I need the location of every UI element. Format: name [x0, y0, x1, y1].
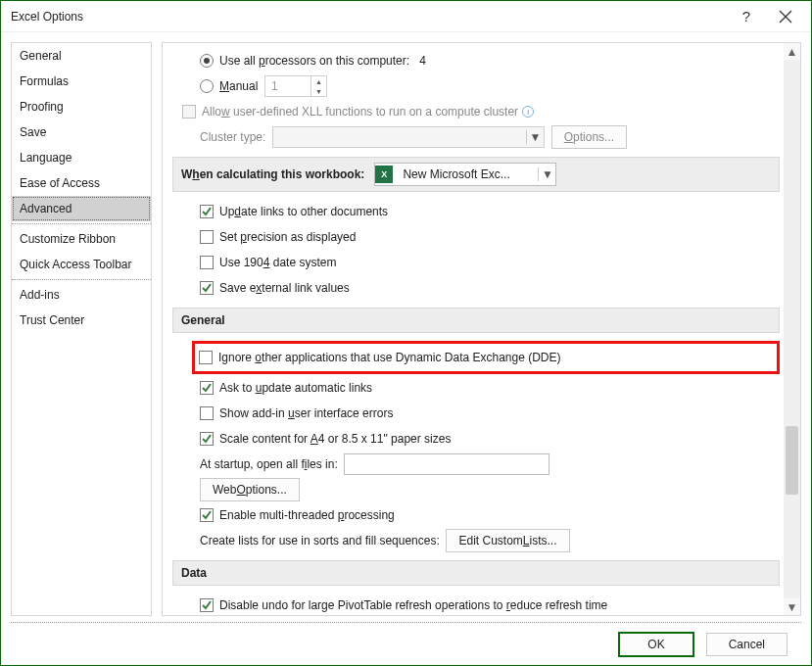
- checkbox-update-links[interactable]: [200, 205, 214, 218]
- spinner-up-icon: ▲: [311, 76, 326, 86]
- section-data: Data: [172, 560, 780, 586]
- chevron-down-icon: ▼: [526, 130, 544, 144]
- scroll-down-icon[interactable]: ▼: [784, 598, 800, 615]
- cancel-button[interactable]: Cancel: [706, 633, 788, 656]
- checkbox-ask-update-links[interactable]: [200, 381, 214, 395]
- scale-a4-row: Scale content for A4 or 8.5 x 11" paper …: [172, 427, 780, 451]
- checkbox-multithread[interactable]: [200, 508, 214, 522]
- checkbox-save-external-links[interactable]: [200, 281, 214, 295]
- startup-files-row: At startup, open all files in:: [172, 452, 780, 476]
- chevron-down-icon: ▼: [538, 167, 555, 181]
- cluster-type-combo: ▼: [272, 126, 545, 148]
- close-button[interactable]: [766, 3, 805, 30]
- checkbox-scale-a4[interactable]: [200, 432, 214, 446]
- cluster-type-row: Cluster type: ▼ Options...: [172, 125, 780, 149]
- use-1904-date-row: Use 1904 date system: [172, 251, 780, 274]
- checkbox-set-precision[interactable]: [200, 230, 214, 244]
- radio-manual-label: Manual: [219, 79, 258, 93]
- checkbox-ignore-dde[interactable]: [199, 351, 213, 364]
- radio-use-all-processors-row: Use all processors on this computer: 4: [172, 49, 780, 72]
- update-links-label: Update links to other documents: [219, 205, 388, 218]
- multithread-label: Enable multi-threaded processing: [219, 508, 395, 522]
- manual-processor-spinner[interactable]: 1 ▲▼: [264, 75, 327, 97]
- xll-row: Allow user-defined XLL functions to run …: [172, 100, 780, 123]
- web-options-button[interactable]: Web Options...: [200, 478, 300, 501]
- ok-button[interactable]: OK: [618, 632, 693, 657]
- scroll-thumb[interactable]: [786, 426, 798, 495]
- create-lists-row: Create lists for use in sorts and fill s…: [172, 529, 780, 552]
- sidebar-item-proofing[interactable]: Proofing: [12, 94, 151, 119]
- create-lists-label: Create lists for use in sorts and fill s…: [200, 534, 440, 547]
- sidebar-item-customize-ribbon[interactable]: Customize Ribbon: [12, 226, 151, 252]
- sidebar-item-ease-of-access[interactable]: Ease of Access: [12, 170, 151, 196]
- scale-a4-label: Scale content for A4 or 8.5 x 11" paper …: [219, 432, 451, 446]
- info-icon[interactable]: i: [522, 106, 534, 118]
- sidebar-item-advanced[interactable]: Advanced: [12, 196, 151, 221]
- set-precision-label: Set precision as displayed: [219, 230, 356, 244]
- content-pane: Use all processors on this computer: 4 M…: [162, 42, 801, 616]
- show-addin-errors-label: Show add-in user interface errors: [219, 406, 393, 420]
- category-sidebar: GeneralFormulasProofingSaveLanguageEase …: [11, 42, 152, 616]
- cluster-type-label: Cluster type:: [200, 130, 265, 144]
- dialog-footer: OK Cancel: [11, 622, 801, 665]
- sidebar-item-formulas[interactable]: Formulas: [12, 69, 151, 94]
- ask-update-links-row: Ask to update automatic links: [172, 376, 780, 400]
- xll-label: Allow user-defined XLL functions to run …: [202, 105, 518, 119]
- scroll-track[interactable]: [784, 60, 800, 598]
- help-button[interactable]: ?: [727, 3, 766, 30]
- window-title: Excel Options: [7, 10, 727, 24]
- checkbox-use-1904-date[interactable]: [200, 256, 214, 269]
- sidebar-item-quick-access-toolbar[interactable]: Quick Access Toolbar: [12, 252, 151, 277]
- ignore-dde-label: Ignore other applications that use Dynam…: [218, 351, 561, 364]
- highlighted-dde-option: Ignore other applications that use Dynam…: [192, 341, 780, 374]
- show-addin-errors-row: Show add-in user interface errors: [172, 402, 780, 425]
- save-external-links-label: Save external link values: [219, 281, 350, 295]
- checkbox-xll-cluster: [182, 105, 196, 119]
- ask-update-links-label: Ask to update automatic links: [219, 381, 372, 395]
- excel-options-dialog: Excel Options ? GeneralFormulasProofingS…: [0, 0, 812, 666]
- checkbox-show-addin-errors[interactable]: [200, 406, 214, 420]
- advanced-options-content: Use all processors on this computer: 4 M…: [163, 43, 784, 615]
- cluster-options-button: Options...: [551, 125, 627, 149]
- use-1904-date-label: Use 1904 date system: [219, 256, 336, 269]
- section-general: General: [172, 308, 780, 333]
- sidebar-item-trust-center[interactable]: Trust Center: [12, 308, 151, 333]
- checkbox-disable-undo-pivot-refresh[interactable]: [200, 598, 214, 612]
- sidebar-item-add-ins[interactable]: Add-ins: [12, 282, 151, 308]
- workbook-selector[interactable]: X New Microsoft Exc... ▼: [374, 163, 556, 186]
- sidebar-item-save[interactable]: Save: [12, 119, 151, 145]
- radio-manual-processors[interactable]: [200, 79, 214, 93]
- sidebar-item-language[interactable]: Language: [12, 145, 151, 170]
- spinner-down-icon: ▼: [311, 86, 326, 96]
- startup-files-input[interactable]: [344, 453, 549, 475]
- close-icon: [779, 10, 792, 24]
- radio-use-all-processors[interactable]: [200, 54, 214, 68]
- startup-files-label: At startup, open all files in:: [200, 457, 338, 471]
- vertical-scrollbar[interactable]: ▲ ▼: [784, 43, 800, 615]
- update-links-row: Update links to other documents: [172, 200, 780, 223]
- scroll-up-icon[interactable]: ▲: [784, 43, 800, 60]
- excel-icon: X: [375, 166, 393, 183]
- save-external-links-row: Save external link values: [172, 276, 780, 300]
- disable-undo-pivot-refresh-label: Disable undo for large PivotTable refres…: [219, 598, 607, 612]
- radio-manual-row: Manual 1 ▲▼: [172, 74, 780, 98]
- section-when-calculating: When calculating this workbook: X New Mi…: [172, 157, 780, 192]
- multithread-row: Enable multi-threaded processing: [172, 503, 780, 527]
- title-bar: Excel Options ?: [1, 1, 811, 32]
- edit-custom-lists-button[interactable]: Edit Custom Lists...: [446, 529, 569, 552]
- disable-undo-pivot-refresh-row: Disable undo for large PivotTable refres…: [172, 594, 780, 615]
- radio-use-all-processors-label: Use all processors on this computer: 4: [219, 54, 426, 68]
- sidebar-item-general[interactable]: General: [12, 43, 151, 69]
- set-precision-row: Set precision as displayed: [172, 225, 780, 249]
